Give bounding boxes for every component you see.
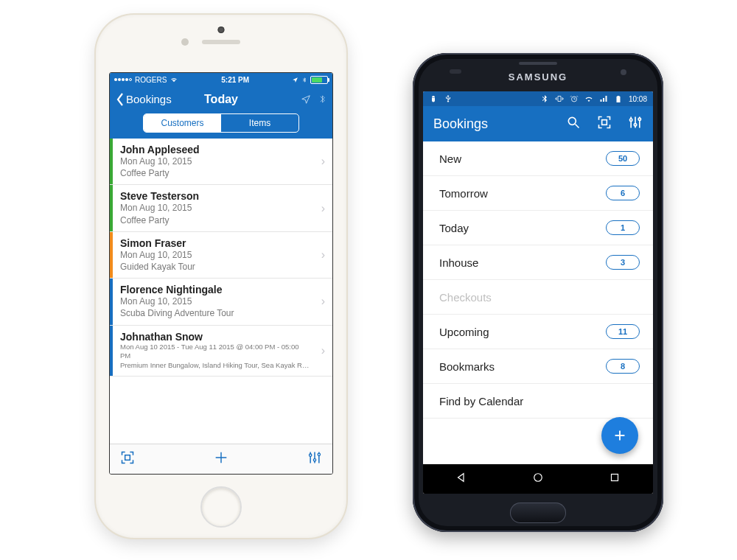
count-badge: 6 xyxy=(606,186,640,200)
android-time: 10:08 xyxy=(629,95,647,103)
booking-product: Premium Inner Bungalow, Island Hiking To… xyxy=(120,361,310,371)
svg-point-10 xyxy=(534,474,542,482)
list-item[interactable]: Find by Calendar xyxy=(423,384,653,419)
svg-point-5 xyxy=(568,117,576,125)
menu-label: Find by Calendar xyxy=(439,395,640,407)
settings-button[interactable] xyxy=(307,450,322,468)
signal-icon xyxy=(599,94,608,103)
chevron-right-icon: › xyxy=(314,248,332,262)
triangle-back-icon xyxy=(455,471,468,484)
iphone-device: ROGERS 5:21 PM Bookings Today xyxy=(96,15,346,538)
count-badge: 11 xyxy=(606,324,640,339)
count-badge: 3 xyxy=(606,255,640,270)
list-item[interactable]: Inhouse3 xyxy=(423,245,653,280)
chevron-right-icon: › xyxy=(314,155,332,168)
home-button[interactable] xyxy=(200,486,242,528)
android-menu-list[interactable]: New50Tomorrow6Today1Inhouse3CheckoutsUpc… xyxy=(423,141,653,464)
menu-label: Today xyxy=(439,222,606,234)
list-item[interactable]: Simon FraserMon Aug 10, 2015Guided Kayak… xyxy=(110,232,332,279)
android-nav-bar xyxy=(423,464,653,494)
svg-point-9 xyxy=(638,118,640,120)
samsung-home-button[interactable] xyxy=(510,503,566,523)
bluetooth-icon xyxy=(301,76,307,84)
samsung-device: SAMSUNG 10:08 Bookings xyxy=(413,53,663,532)
samsung-speaker xyxy=(519,62,557,65)
list-item[interactable]: John AppleseedMon Aug 10, 2015Coffee Par… xyxy=(110,139,332,185)
scan-button[interactable] xyxy=(597,115,612,133)
tab-customers[interactable]: Customers xyxy=(144,114,221,132)
battery-status-icon xyxy=(614,94,623,103)
square-recent-icon xyxy=(608,471,621,484)
customer-name: Steve Testerson xyxy=(120,190,310,202)
scan-button[interactable] xyxy=(120,450,135,468)
segmented-control: Customers Items xyxy=(143,113,299,133)
plus-icon xyxy=(213,449,229,466)
menu-label: Bookmarks xyxy=(439,360,606,373)
menu-label: New xyxy=(439,153,606,165)
booking-product: Scuba Diving Adventure Tour xyxy=(120,307,310,319)
list-item[interactable]: Florence NightingaleMon Aug 10, 2015Scub… xyxy=(110,279,332,325)
list-item[interactable]: Johnathan SnowMon Aug 10 2015 - Tue Aug … xyxy=(110,326,332,377)
sliders-icon xyxy=(307,450,322,465)
list-item[interactable]: Tomorrow6 xyxy=(423,176,653,211)
row-content: John AppleseedMon Aug 10, 2015Coffee Par… xyxy=(113,139,314,184)
svg-rect-11 xyxy=(612,475,618,481)
chevron-left-icon xyxy=(116,92,125,107)
status-time: 5:21 PM xyxy=(221,76,249,84)
ios-nav-bar: Bookings Today Customers Items xyxy=(110,86,332,139)
svg-rect-6 xyxy=(602,120,607,125)
chevron-right-icon: › xyxy=(314,295,332,308)
iphone-screen: ROGERS 5:21 PM Bookings Today xyxy=(109,72,333,475)
plus-icon xyxy=(612,427,628,444)
iphone-sensor xyxy=(218,27,225,33)
svg-rect-0 xyxy=(125,455,130,461)
list-item[interactable]: New50 xyxy=(423,141,653,176)
row-content: Steve TestersonMon Aug 10, 2015Coffee Pa… xyxy=(113,185,314,231)
menu-label: Inhouse xyxy=(439,256,606,269)
sliders-icon xyxy=(628,115,643,130)
customer-name: Johnathan Snow xyxy=(120,331,310,343)
bluetooth-status-icon xyxy=(540,94,549,103)
menu-label: Upcoming xyxy=(439,326,606,338)
list-item[interactable]: Today1 xyxy=(423,211,653,245)
svg-point-1 xyxy=(310,454,312,456)
vibrate-icon xyxy=(555,94,564,103)
scan-icon xyxy=(120,450,135,465)
android-app-bar: Bookings xyxy=(423,106,653,141)
svg-point-3 xyxy=(318,453,320,455)
add-button[interactable] xyxy=(213,449,229,469)
bookings-list[interactable]: John AppleseedMon Aug 10, 2015Coffee Par… xyxy=(110,139,332,444)
tab-items[interactable]: Items xyxy=(221,114,298,132)
back-button[interactable]: Bookings xyxy=(116,92,172,107)
chevron-right-icon: › xyxy=(314,202,332,215)
search-icon xyxy=(566,115,581,130)
booking-date: Mon Aug 10, 2015 xyxy=(120,155,310,167)
svg-point-7 xyxy=(630,119,632,121)
nav-recent[interactable] xyxy=(608,471,621,487)
bluetooth-nav-icon[interactable] xyxy=(318,94,326,105)
booking-date: Mon Aug 10 2015 - Tue Aug 11 2015 @ 04:0… xyxy=(120,343,310,362)
list-item: Checkouts xyxy=(423,280,653,315)
list-item[interactable]: Bookmarks8 xyxy=(423,349,653,384)
list-item[interactable]: Upcoming11 xyxy=(423,315,653,349)
battery-icon xyxy=(310,76,328,84)
nav-back[interactable] xyxy=(455,471,468,487)
alarm-icon xyxy=(570,94,579,103)
booking-date: Mon Aug 10, 2015 xyxy=(120,249,310,261)
count-badge: 50 xyxy=(606,151,640,166)
list-item[interactable]: Steve TestersonMon Aug 10, 2015Coffee Pa… xyxy=(110,185,332,231)
filter-button[interactable] xyxy=(628,115,643,133)
nav-home[interactable] xyxy=(531,471,545,487)
menu-label: Tomorrow xyxy=(439,187,606,200)
circle-home-icon xyxy=(531,471,545,484)
search-button[interactable] xyxy=(566,115,581,133)
fab-add[interactable] xyxy=(601,417,638,454)
usb-icon xyxy=(444,94,453,103)
customer-name: Simon Fraser xyxy=(120,237,310,249)
count-badge: 1 xyxy=(606,220,640,235)
location-arrow-icon[interactable] xyxy=(301,94,311,105)
scan-icon xyxy=(597,115,612,130)
booking-date: Mon Aug 10, 2015 xyxy=(120,202,310,214)
android-status-bar: 10:08 xyxy=(423,91,653,106)
row-content: Florence NightingaleMon Aug 10, 2015Scub… xyxy=(113,279,314,324)
